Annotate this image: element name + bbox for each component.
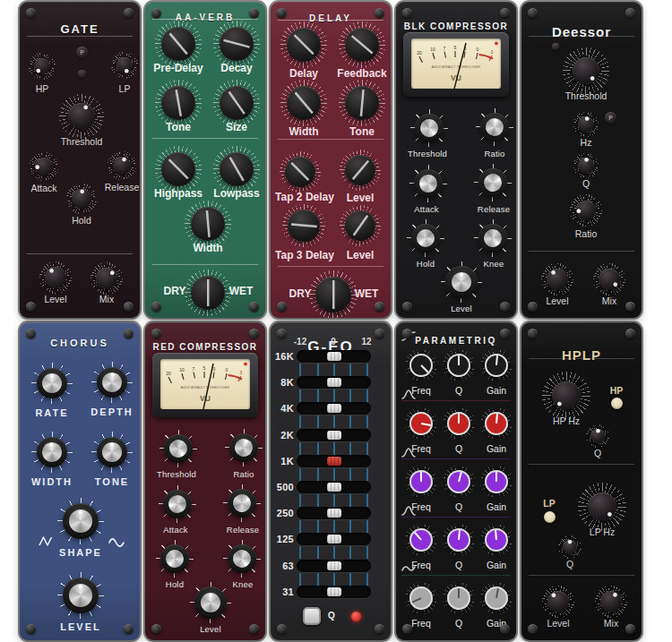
tap3-delay-knob[interactable]: [282, 204, 325, 247]
geq-slider-track[interactable]: [297, 350, 371, 363]
level-knob[interactable]: [39, 261, 72, 294]
depth-knob[interactable]: [91, 362, 133, 403]
geq-slider-track[interactable]: [297, 586, 371, 598]
attack-knob[interactable]: [159, 485, 196, 523]
divider: [529, 575, 634, 576]
geq-slider-handle[interactable]: [327, 431, 341, 440]
attack-knob[interactable]: [409, 165, 447, 202]
lp-hz-knob[interactable]: [578, 483, 626, 531]
hp-enable-led[interactable]: [611, 398, 623, 409]
power-led[interactable]: [351, 612, 361, 621]
parametriq-q-knob[interactable]: [443, 466, 475, 498]
side-chain-led[interactable]: [78, 70, 86, 78]
knee-knob[interactable]: [223, 540, 261, 578]
parametriq-q-knob[interactable]: [443, 524, 475, 556]
parametriq-gain-knob[interactable]: [480, 349, 513, 381]
level-knob[interactable]: [57, 572, 104, 619]
hold-knob[interactable]: [407, 219, 444, 257]
geq-slider-handle[interactable]: [327, 509, 341, 518]
q-mode-button[interactable]: [303, 607, 321, 625]
p-button[interactable]: P: [76, 47, 88, 58]
geq-slider-handle[interactable]: [327, 561, 341, 570]
geq-slider-track[interactable]: [297, 376, 371, 389]
threshold-knob[interactable]: [59, 94, 104, 139]
geq-slider-track[interactable]: [297, 429, 371, 441]
geq-slider-track[interactable]: [297, 533, 371, 545]
parametriq-freq-knob[interactable]: [405, 582, 437, 614]
p-button[interactable]: P: [605, 112, 616, 124]
threshold-knob[interactable]: [563, 47, 609, 94]
predelay-knob[interactable]: [155, 21, 202, 67]
parametriq-freq-knob[interactable]: [405, 407, 437, 440]
parametriq-gain-knob[interactable]: [480, 466, 513, 498]
geq-slider-track[interactable]: [297, 402, 371, 415]
mix-knob[interactable]: [90, 262, 123, 295]
module-title: RED COMPRESSOR: [145, 342, 265, 352]
width-knob[interactable]: [31, 432, 73, 473]
lowpass-knob[interactable]: [213, 146, 260, 193]
hz-knob[interactable]: [573, 112, 599, 137]
lp-enable-led[interactable]: [544, 511, 556, 523]
level-knob[interactable]: [542, 586, 574, 618]
hold-knob[interactable]: [66, 184, 97, 214]
hold-knob[interactable]: [156, 540, 194, 578]
parametriq-freq-knob[interactable]: [405, 524, 437, 556]
hp-knob[interactable]: [29, 53, 56, 80]
parametriq-freq-knob[interactable]: [405, 466, 437, 498]
decay-knob[interactable]: [213, 21, 260, 67]
tone-knob[interactable]: [91, 432, 133, 473]
q-knob[interactable]: [573, 153, 599, 178]
width-knob[interactable]: [185, 201, 231, 247]
knee-knob[interactable]: [474, 219, 512, 257]
grid-dash-icon: [299, 442, 301, 455]
geq-slider-track[interactable]: [297, 455, 371, 467]
geq-slider-handle[interactable]: [327, 457, 341, 466]
shape-knob[interactable]: [57, 498, 104, 544]
release-knob[interactable]: [223, 484, 261, 522]
geq-slider-handle[interactable]: [327, 352, 341, 361]
geq-slider-track[interactable]: [297, 481, 371, 493]
geq-slider-track[interactable]: [297, 507, 371, 519]
mix-knob[interactable]: [593, 263, 625, 295]
size-knob[interactable]: [213, 80, 260, 126]
highpass-knob[interactable]: [155, 146, 202, 193]
rate-knob[interactable]: [31, 363, 73, 404]
parametriq-gain-knob[interactable]: [480, 524, 513, 556]
parametriq-gain-knob[interactable]: [480, 582, 513, 614]
tone-knob[interactable]: [339, 80, 385, 126]
tone-knob[interactable]: [155, 80, 202, 126]
geq-slider-handle[interactable]: [327, 535, 341, 544]
tap2-level-knob[interactable]: [340, 150, 381, 191]
threshold-knob[interactable]: [410, 109, 448, 147]
level-knob[interactable]: [441, 261, 482, 303]
delay-knob[interactable]: [280, 21, 327, 68]
parametriq-gain-knob[interactable]: [480, 407, 513, 440]
threshold-knob[interactable]: [159, 430, 197, 467]
parametriq-q-knob[interactable]: [443, 582, 475, 614]
lp-q-knob[interactable]: [558, 535, 582, 559]
attack-knob[interactable]: [30, 152, 58, 181]
hp-hz-knob[interactable]: [542, 372, 590, 420]
parametriq-q-knob[interactable]: [443, 407, 475, 440]
width-knob[interactable]: [280, 80, 327, 126]
hp-q-knob[interactable]: [586, 424, 609, 448]
parametriq-freq-knob[interactable]: [405, 349, 437, 381]
geq-slider-handle[interactable]: [327, 587, 341, 596]
geq-slider-handle[interactable]: [327, 483, 341, 492]
tap3-level-knob[interactable]: [340, 205, 381, 246]
ratio-knob[interactable]: [476, 108, 513, 146]
feedback-knob[interactable]: [339, 21, 385, 68]
lp-knob[interactable]: [111, 52, 138, 79]
mix-knob[interactable]: [595, 586, 627, 618]
release-knob[interactable]: [474, 164, 512, 201]
level-knob[interactable]: [541, 263, 573, 295]
tap2-delay-knob[interactable]: [280, 151, 321, 193]
release-knob[interactable]: [108, 151, 136, 180]
ratio-knob[interactable]: [225, 429, 263, 467]
geq-slider-handle[interactable]: [327, 404, 341, 413]
geq-slider-handle[interactable]: [327, 378, 341, 387]
level-knob[interactable]: [190, 582, 231, 623]
parametriq-q-knob[interactable]: [443, 349, 475, 381]
geq-slider-track[interactable]: [297, 560, 371, 572]
ratio-knob[interactable]: [570, 194, 602, 227]
